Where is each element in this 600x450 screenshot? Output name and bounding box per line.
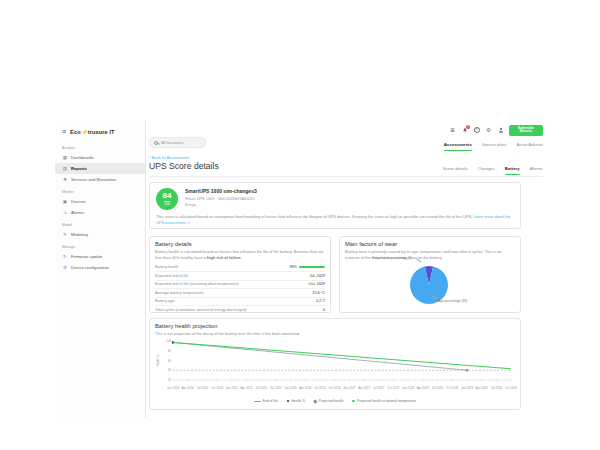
battery-health-projection-chart[interactable]: Jan 2024Apr 2024Jul 2024Oct 2024Jan 2025… bbox=[155, 338, 517, 394]
score-row: 84 100 SmartUPS 1000 sim-changes3 Smart-… bbox=[156, 188, 514, 210]
firmware-update-icon: ↻ bbox=[62, 254, 68, 259]
legend-label: Projected health at optimal temperature bbox=[357, 399, 416, 403]
pie-label-age: Age percentage (93) bbox=[438, 299, 467, 303]
row-value: 0.2 Y bbox=[316, 299, 325, 303]
svg-text:Oct 2024: Oct 2024 bbox=[211, 386, 224, 390]
legend-marker-icon bbox=[314, 399, 318, 403]
row-value: 0 bbox=[323, 308, 325, 312]
legend-item-projected-health-at-optimal-temperature[interactable]: Projected health at optimal temperature bbox=[352, 399, 416, 403]
schneider-electric-logo[interactable]: Schneider Electric bbox=[509, 125, 543, 136]
table-row: Battery age 0.2 Y bbox=[155, 298, 325, 307]
main-content: ⊞ 9 ? ⚙ Schneider Electric All locations… bbox=[147, 120, 545, 418]
device-info: SmartUPS 1000 sim-changes3 Smart-UPS 100… bbox=[185, 188, 257, 210]
brand-pre: Eco bbox=[70, 129, 81, 135]
modeling-icon: ✎ bbox=[62, 232, 68, 237]
svg-text:Jul 2029: Jul 2029 bbox=[491, 386, 503, 390]
pie-label-temperature: Temperature percentage (7) bbox=[372, 256, 412, 260]
projection-title: Battery health projection bbox=[155, 323, 515, 329]
legend-item-end-of-life[interactable]: End of life bbox=[254, 399, 278, 403]
battery-health-value: 96% bbox=[289, 265, 297, 269]
sidebar-item-label: Devices bbox=[71, 199, 86, 204]
tab-score-details[interactable]: Score details bbox=[443, 166, 468, 175]
notifications-bell-icon[interactable]: 9 bbox=[461, 127, 468, 134]
svg-text:Jan 2028: Jan 2028 bbox=[402, 386, 415, 390]
sidebar-item-device-configuration[interactable]: ⚙ Device configuration bbox=[55, 262, 145, 273]
sidebar-item-devices[interactable]: ▣ Devices bbox=[55, 196, 145, 207]
dashboards-icon: ▦ bbox=[62, 155, 68, 160]
sidebar-item-alarms[interactable]: ⚠ Alarms bbox=[55, 207, 145, 218]
score-description: This score is calculated based on anonym… bbox=[156, 214, 514, 226]
tab-assessments[interactable]: Assessments bbox=[444, 142, 472, 151]
sidebar-item-reports[interactable]: ▤ Reports bbox=[55, 163, 145, 174]
tab-asset-advisor[interactable]: Asset Advisor bbox=[516, 142, 543, 151]
tab-sensor-plots[interactable]: Sensor plots bbox=[482, 142, 506, 151]
location-search-input[interactable]: All locations bbox=[149, 137, 206, 148]
user-avatar-icon[interactable] bbox=[497, 127, 504, 134]
sidebar-item-label: Alarms bbox=[71, 210, 84, 215]
legend-marker-icon bbox=[287, 400, 290, 403]
svg-text:Jan 2027: Jan 2027 bbox=[343, 386, 356, 390]
series-projected-health-at-optimal-temperature bbox=[173, 343, 511, 369]
apps-grid-icon[interactable]: ⊞ bbox=[449, 127, 456, 134]
legend-item-projected-health[interactable]: Projected health bbox=[314, 399, 343, 403]
user-icon bbox=[498, 127, 504, 133]
legend-item-health-[interactable]: Health % bbox=[287, 399, 305, 403]
svg-text:Oct 2025: Oct 2025 bbox=[270, 386, 283, 390]
svg-text:Oct 2028: Oct 2028 bbox=[446, 386, 459, 390]
sidebar-group-analyze: Analyze bbox=[55, 141, 145, 152]
notification-badge: 9 bbox=[466, 125, 470, 129]
svg-text:80: 80 bbox=[168, 349, 172, 353]
svg-text:60: 60 bbox=[168, 359, 172, 363]
battery-details-title: Battery details bbox=[155, 241, 325, 247]
row-label: Battery health bbox=[155, 265, 178, 269]
svg-text:100: 100 bbox=[166, 339, 171, 343]
battery-desc-bold: high risk of failure. bbox=[207, 255, 242, 260]
sidebar-item-firmware-update[interactable]: ↻ Firmware update bbox=[55, 251, 145, 262]
battery-health-projection-card: Battery health projection This is our pr… bbox=[149, 318, 521, 410]
tab-battery[interactable]: Battery bbox=[505, 166, 520, 175]
svg-text:Oct 2026: Oct 2026 bbox=[329, 386, 342, 390]
svg-text:Apr 2024: Apr 2024 bbox=[182, 386, 195, 390]
svg-text:Apr 2026: Apr 2026 bbox=[299, 386, 312, 390]
svg-text:Oct 2029: Oct 2029 bbox=[505, 386, 517, 390]
back-to-assessment-link[interactable]: ‹ Back to Assessment bbox=[149, 155, 189, 160]
svg-text:Apr 2027: Apr 2027 bbox=[358, 386, 371, 390]
table-row: Total cycles (cumulative amount of energ… bbox=[155, 306, 325, 314]
sidebar: ≡ Eco⚡truxure IT Analyze ▦ Dashboards ▤ … bbox=[55, 120, 146, 418]
hamburger-menu-icon[interactable]: ≡ bbox=[62, 128, 66, 135]
row-label: Battery age bbox=[155, 299, 174, 303]
sidebar-item-dashboards[interactable]: ▦ Dashboards bbox=[55, 152, 145, 163]
legend-marker-icon bbox=[352, 400, 355, 403]
score-description-text: This score is calculated based on anonym… bbox=[156, 214, 473, 219]
brand-bolt-icon: ⚡ bbox=[81, 129, 88, 135]
sidebar-item-services-warranties[interactable]: ❖ Services and Warranties bbox=[55, 174, 145, 185]
help-icon[interactable]: ? bbox=[473, 127, 480, 134]
tab-changes[interactable]: Changes bbox=[478, 166, 495, 175]
devices-icon: ▣ bbox=[62, 199, 68, 204]
sidebar-group-model: Model bbox=[55, 218, 145, 229]
svg-text:Jul 2024: Jul 2024 bbox=[197, 386, 209, 390]
battery-health-bar bbox=[299, 266, 325, 269]
svg-text:Oct 2027: Oct 2027 bbox=[387, 386, 400, 390]
ups-score-card: 84 100 SmartUPS 1000 sim-changes3 Smart-… bbox=[149, 182, 521, 229]
legend-label: Health % bbox=[291, 399, 305, 403]
svg-text:20: 20 bbox=[168, 378, 172, 382]
page-canvas: ≡ Eco⚡truxure IT Analyze ▦ Dashboards ▤ … bbox=[0, 0, 600, 450]
row-value: Jul, 2029 bbox=[310, 274, 325, 278]
projection-description: This is our projection of the decay of t… bbox=[155, 331, 515, 337]
page-title: UPS Score details bbox=[149, 161, 219, 171]
sidebar-header: ≡ Eco⚡truxure IT bbox=[55, 120, 145, 141]
brand-logo[interactable]: Eco⚡truxure IT bbox=[70, 129, 114, 135]
brand-post: truxure IT bbox=[88, 129, 115, 135]
secondary-tabs: Score details Changes Battery Alarms bbox=[443, 166, 543, 175]
sidebar-item-label: Reports bbox=[71, 166, 87, 171]
sidebar-item-modeling[interactable]: ✎ Modeling bbox=[55, 229, 145, 240]
tab-alarms[interactable]: Alarms bbox=[530, 166, 543, 175]
wear-card-title: Main factors of wear bbox=[345, 241, 515, 247]
settings-gear-icon[interactable]: ⚙ bbox=[485, 127, 492, 134]
primary-tabs: Assessments Sensor plots Asset Advisor bbox=[444, 142, 543, 151]
svg-text:40: 40 bbox=[168, 368, 172, 372]
row-label: Total cycles (cumulative amount of energ… bbox=[155, 308, 247, 312]
svg-text:Jan 2024: Jan 2024 bbox=[167, 386, 180, 390]
battery-details-card: Battery details Battery health is calcul… bbox=[149, 236, 331, 313]
